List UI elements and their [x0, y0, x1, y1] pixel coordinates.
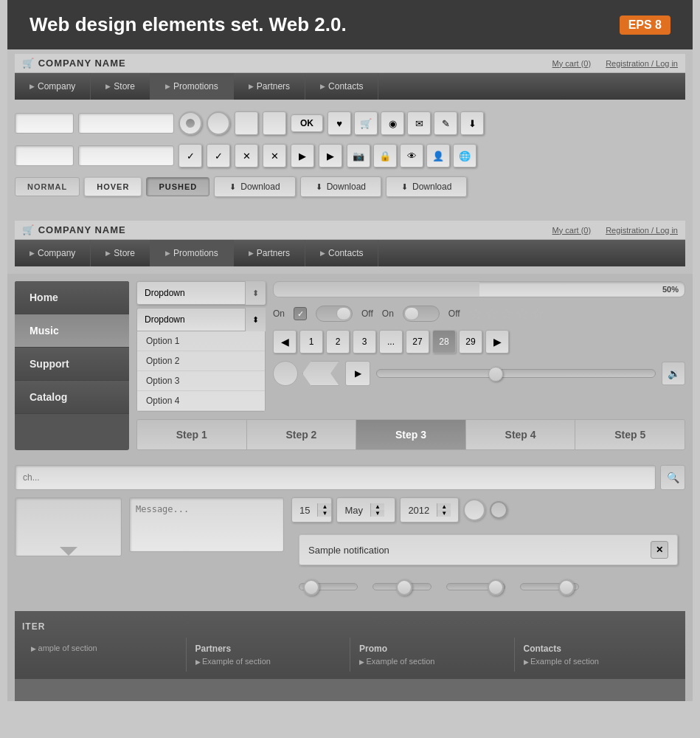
page-prev[interactable]: ◀	[273, 330, 297, 354]
star-rating[interactable]: ☆ ☆ ☆ ☆ ☆	[469, 305, 544, 323]
date-day[interactable]: 15 ▲ ▼	[291, 497, 332, 523]
slider-knob-3[interactable]	[488, 579, 504, 596]
arrow-forward-btn[interactable]	[302, 361, 339, 386]
date-radio-2[interactable]	[490, 501, 507, 519]
date-year-down[interactable]: ▼	[437, 510, 451, 517]
toggle-switch-1[interactable]	[316, 306, 353, 322]
date-day-up[interactable]: ▲	[318, 503, 331, 510]
edit-icon-btn[interactable]: ✎	[434, 111, 457, 135]
date-year[interactable]: 2012 ▲ ▼	[400, 497, 459, 523]
input-field-1[interactable]	[15, 113, 74, 134]
heart-icon-btn[interactable]: ♥	[328, 111, 351, 135]
page-27[interactable]: 27	[406, 330, 429, 354]
step-3[interactable]: Step 3	[356, 420, 466, 449]
reg-link-1[interactable]: Registration / Log in	[606, 59, 678, 68]
nav-partners-1[interactable]: Partners	[234, 73, 305, 100]
sidebar-item-home[interactable]: Home	[15, 281, 129, 314]
x-btn-2[interactable]: ✕	[263, 144, 286, 168]
sidebar-item-support[interactable]: Support	[15, 348, 129, 381]
slider-track-3[interactable]	[446, 583, 505, 590]
nav-contacts-1[interactable]: Contacts	[305, 73, 378, 100]
page-3[interactable]: 3	[353, 330, 376, 354]
hover-button[interactable]: HOVER	[84, 177, 142, 196]
nav-contacts-2[interactable]: Contacts	[305, 240, 378, 266]
nav-promotions-2[interactable]: Promotions	[150, 240, 234, 266]
check-btn-1[interactable]: ✓	[179, 144, 202, 168]
star-1[interactable]: ☆	[469, 305, 482, 323]
pushed-button[interactable]: PUSHED	[146, 177, 209, 196]
ok-button[interactable]: OK	[291, 114, 323, 132]
star-4[interactable]: ☆	[516, 305, 529, 323]
input-field-3[interactable]	[15, 145, 74, 166]
pill-btn-1[interactable]	[273, 361, 298, 386]
dropdown-option-1[interactable]: Option 1	[137, 331, 265, 351]
play-btn-2[interactable]: ▶	[319, 144, 342, 168]
nav-partners-2[interactable]: Partners	[234, 240, 305, 266]
nav-company-2[interactable]: Company	[15, 240, 91, 266]
star-5[interactable]: ☆	[531, 305, 544, 323]
page-29[interactable]: 29	[459, 330, 482, 354]
seek-bar[interactable]	[376, 369, 656, 378]
camera-icon-btn[interactable]: 📷	[347, 144, 370, 168]
nav-promotions-1[interactable]: Promotions	[150, 73, 234, 100]
nav-store-2[interactable]: Store	[91, 240, 150, 266]
page-next[interactable]: ▶	[485, 330, 509, 354]
dropdown-arrow-2[interactable]: ⬍	[245, 308, 266, 331]
footer-contacts-sub[interactable]: Example of section	[524, 657, 670, 666]
slider-track-2[interactable]	[372, 583, 432, 590]
date-year-up[interactable]: ▲	[437, 503, 451, 510]
sidebar-item-music[interactable]: Music	[15, 314, 129, 348]
step-2[interactable]: Step 2	[247, 420, 357, 449]
message-textarea[interactable]	[129, 497, 284, 552]
play-btn-1[interactable]: ▶	[291, 144, 314, 168]
radio-filled[interactable]	[179, 111, 202, 135]
download-button-3[interactable]: Download	[386, 176, 467, 197]
user-icon-btn[interactable]: 👤	[426, 144, 450, 168]
slider-track-1[interactable]	[299, 583, 358, 590]
mail-icon-btn[interactable]: ✉	[407, 111, 431, 135]
dropdown-option-3[interactable]: Option 3	[137, 371, 265, 391]
nav-company-1[interactable]: Company	[15, 73, 91, 100]
eye-icon-btn[interactable]: 👁	[400, 144, 423, 168]
dropdown-option-4[interactable]: Option 4	[137, 391, 265, 411]
dropdown-option-2[interactable]: Option 2	[137, 351, 265, 371]
step-5[interactable]: Step 5	[575, 420, 685, 449]
x-btn-1[interactable]: ✕	[235, 144, 258, 168]
slider-knob-2[interactable]	[396, 579, 412, 596]
cart-link-2[interactable]: My cart (0)	[552, 226, 592, 235]
sidebar-item-catalog[interactable]: Catalog	[15, 381, 129, 414]
download-button-1[interactable]: Download	[214, 176, 295, 197]
step-1[interactable]: Step 1	[137, 420, 247, 449]
star-2[interactable]: ☆	[485, 305, 498, 323]
footer-promo-sub[interactable]: Example of section	[359, 657, 505, 666]
slider-knob-1[interactable]	[303, 579, 319, 596]
reg-link-2[interactable]: Registration / Log in	[606, 226, 678, 235]
square-btn-1[interactable]	[235, 111, 258, 135]
volume-btn[interactable]: 🔉	[662, 362, 685, 385]
page-1[interactable]: 1	[299, 330, 323, 354]
download-button-2[interactable]: Download	[300, 176, 381, 197]
notification-close[interactable]: ✕	[651, 541, 668, 559]
date-day-down[interactable]: ▼	[318, 510, 331, 517]
step-4[interactable]: Step 4	[466, 420, 576, 449]
globe-icon-btn[interactable]: 🌐	[453, 144, 477, 168]
input-field-4[interactable]	[78, 145, 174, 166]
nav-store-1[interactable]: Store	[91, 73, 150, 100]
date-month[interactable]: May ▲ ▼	[336, 497, 395, 523]
square-btn-2[interactable]	[263, 111, 286, 135]
input-field-2[interactable]	[78, 113, 174, 134]
date-month-up[interactable]: ▲	[371, 503, 384, 510]
page-2[interactable]: 2	[326, 330, 350, 354]
radio-empty[interactable]	[207, 111, 230, 135]
search-button[interactable]: 🔍	[660, 465, 685, 490]
lock-icon-btn[interactable]: 🔒	[373, 144, 397, 168]
toggle-switch-2[interactable]	[403, 306, 440, 322]
slider-knob-4[interactable]	[558, 579, 575, 596]
slider-track-4[interactable]	[520, 583, 579, 590]
footer-partners-sub[interactable]: Example of section	[195, 657, 342, 666]
cart-icon-btn[interactable]: 🛒	[354, 111, 378, 135]
play-pause-btn[interactable]: ▶	[345, 361, 370, 386]
cart-link-1[interactable]: My cart (0)	[552, 59, 592, 68]
normal-button[interactable]: NORMAL	[15, 177, 80, 196]
check-btn-2[interactable]: ✓	[207, 144, 230, 168]
